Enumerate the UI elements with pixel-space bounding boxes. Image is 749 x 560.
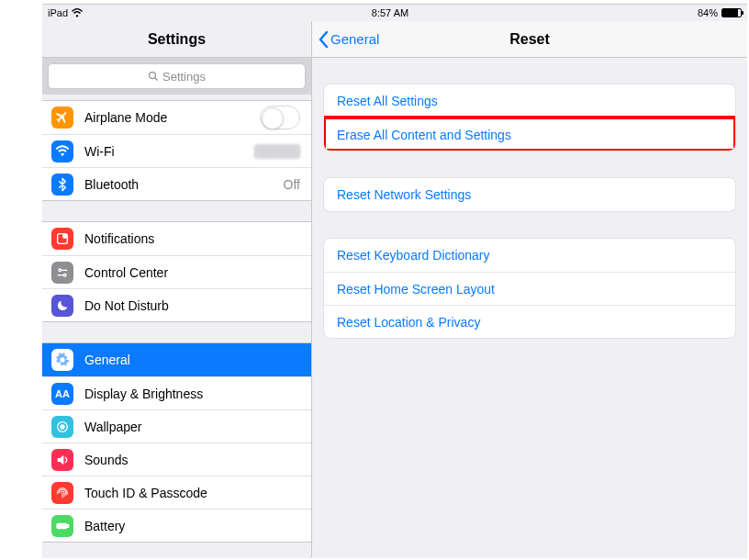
sidebar-item-wifi[interactable]: Wi-Fi (42, 134, 311, 167)
chevron-left-icon (318, 30, 330, 49)
battery-percent: 84% (698, 7, 718, 18)
sidebar-item-label: Bluetooth (84, 177, 284, 192)
svg-point-0 (150, 73, 156, 79)
settings-sidebar: Settings Settings Airplane ModeWi-FiBlue… (42, 21, 312, 558)
status-time: 8:57 AM (372, 7, 408, 18)
control-center-icon (51, 262, 73, 284)
sidebar-item-general[interactable]: General (42, 343, 311, 376)
sidebar-item-label: Airplane Mode (84, 110, 260, 125)
fingerprint-icon (51, 482, 73, 504)
sidebar-item-sounds[interactable]: Sounds (42, 442, 311, 476)
search-wrap: Settings (42, 58, 311, 95)
svg-point-3 (63, 234, 67, 238)
notifications-icon (51, 228, 73, 250)
status-bar: iPad 8:57 AM 84% (42, 5, 747, 21)
svg-point-9 (61, 425, 64, 429)
device-frame: iPad 8:57 AM 84% Settings Settings Airpl… (42, 4, 747, 558)
back-button[interactable]: General (312, 30, 379, 49)
sidebar-item-label: Sounds (84, 453, 300, 467)
sidebar-item-label: Wi-Fi (84, 144, 254, 159)
battery-icon (51, 515, 73, 537)
display-icon: AA (51, 383, 73, 405)
bluetooth-icon (51, 174, 73, 196)
wifi-network-name (254, 144, 300, 159)
sidebar-item-dnd[interactable]: Do Not Disturb (42, 288, 311, 321)
reset-group: Reset All SettingsErase All Content and … (323, 84, 736, 151)
reset-option-reset-network[interactable]: Reset Network Settings (324, 178, 735, 211)
sidebar-item-touchid[interactable]: Touch ID & Passcode (42, 476, 311, 509)
wifi-status-icon (72, 8, 83, 17)
svg-rect-10 (57, 523, 67, 528)
search-icon (148, 71, 159, 82)
svg-line-1 (155, 78, 158, 81)
back-label: General (330, 31, 379, 47)
status-left: iPad (48, 7, 83, 18)
sidebar-item-label: Do Not Disturb (84, 298, 300, 313)
wifi-icon (51, 140, 73, 162)
airplane-toggle[interactable] (260, 106, 300, 129)
svg-point-4 (59, 269, 61, 272)
moon-icon (51, 295, 73, 317)
reset-options-list: Reset All SettingsErase All Content and … (312, 58, 747, 339)
sidebar-item-label: Display & Brightness (84, 386, 300, 401)
sidebar-item-label: Wallpaper (84, 420, 300, 434)
sidebar-item-label: Notifications (84, 231, 300, 246)
detail-pane: General Reset Reset All SettingsErase Al… (312, 21, 747, 558)
sidebar-item-label: General (84, 353, 300, 367)
svg-point-6 (63, 274, 66, 276)
detail-header: General Reset (312, 21, 747, 58)
status-battery: 84% (698, 7, 742, 18)
svg-rect-11 (67, 524, 68, 527)
sidebar-title: Settings (42, 21, 311, 58)
sidebar-item-display[interactable]: AADisplay & Brightness (42, 376, 311, 409)
sidebar-item-label: Battery (84, 519, 300, 533)
reset-option-reset-home[interactable]: Reset Home Screen Layout (324, 272, 735, 305)
sidebar-item-battery[interactable]: Battery (42, 509, 311, 542)
airplane-icon (51, 106, 73, 129)
settings-list[interactable]: Airplane ModeWi-FiBluetoothOffNotificati… (42, 95, 311, 558)
sidebar-item-label: Touch ID & Passcode (84, 486, 300, 500)
reset-option-reset-keyboard[interactable]: Reset Keyboard Dictionary (324, 239, 735, 272)
search-input[interactable]: Settings (48, 63, 306, 89)
sidebar-item-wallpaper[interactable]: Wallpaper (42, 409, 311, 442)
sidebar-item-controlcenter[interactable]: Control Center (42, 255, 311, 288)
wallpaper-icon (51, 416, 73, 438)
reset-option-erase-all[interactable]: Erase All Content and Settings (324, 118, 735, 151)
sidebar-item-notifications[interactable]: Notifications (42, 222, 311, 255)
reset-group: Reset Network Settings (323, 177, 736, 212)
device-name: iPad (48, 7, 68, 18)
search-placeholder: Settings (162, 70, 206, 84)
gear-icon (51, 349, 73, 371)
sounds-icon (51, 449, 73, 471)
sidebar-item-label: Control Center (84, 265, 300, 280)
reset-group: Reset Keyboard DictionaryReset Home Scre… (323, 238, 736, 339)
sidebar-item-bluetooth[interactable]: BluetoothOff (42, 167, 311, 200)
sidebar-item-airplane[interactable]: Airplane Mode (42, 101, 311, 134)
battery-icon (721, 8, 742, 17)
sidebar-item-tail: Off (284, 177, 300, 192)
reset-option-reset-all[interactable]: Reset All Settings (324, 84, 735, 118)
reset-option-reset-location[interactable]: Reset Location & Privacy (324, 305, 735, 338)
